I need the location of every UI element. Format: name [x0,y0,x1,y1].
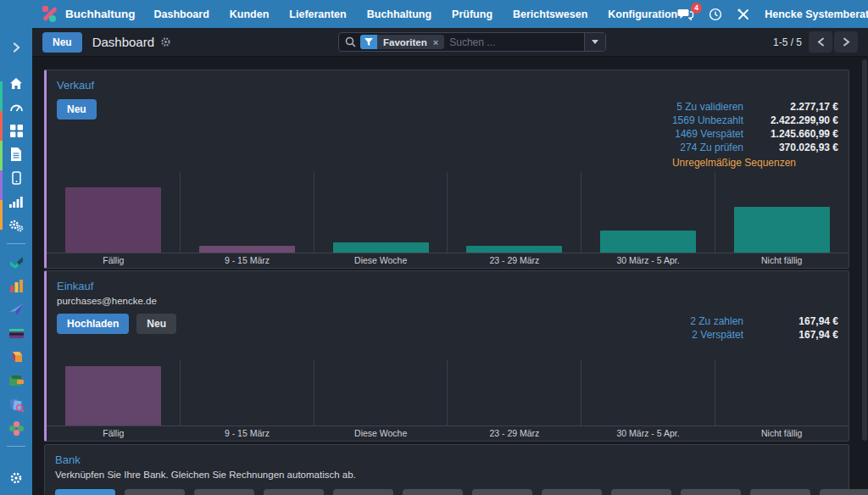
menu-konfiguration[interactable]: Konfiguration [608,8,677,20]
dashboard-content: Verkauf Neu 5 Zu validieren 2.277,17 € 1… [32,57,868,495]
mobile-icon[interactable] [0,166,32,190]
chart-bar[interactable] [600,231,696,253]
purchase-stats: 2 Zu zahlen 167,94 € 2 Verspätet 167,94 … [690,315,838,341]
menu-buchhaltung[interactable]: Buchhaltung [367,8,431,20]
bank-action-button[interactable] [611,489,671,495]
vertical-scrollbar[interactable] [862,59,867,441]
sidebar-color-strip [0,81,3,230]
chart-bar[interactable] [65,187,161,253]
expand-icon[interactable] [0,36,32,59]
bank-action-button[interactable] [125,489,185,495]
bank-actions-row [55,489,838,495]
bank-action-button[interactable] [820,489,868,495]
filter-funnel-icon [360,35,377,49]
stat-link[interactable]: 1569 Unbezahlt [672,114,743,126]
check-app-icon[interactable] [0,250,32,274]
chart-x-axis-labels: Fällig 9 - 15 März Diese Woche 23 - 29 M… [47,425,849,441]
search-bar[interactable]: Favoriten × Suchen ... [338,32,606,52]
bank-journal-card[interactable]: Bank Verknüpfen Sie Ihre Bank. Gleichen … [44,444,849,495]
menu-lieferanten[interactable]: Lieferanten [289,8,346,20]
bank-action-button[interactable] [55,489,115,495]
x-tick-label: Diese Woche [314,253,448,268]
bank-action-button[interactable] [472,489,532,495]
activity-clock-icon[interactable] [709,8,722,21]
sales-journal-card[interactable]: Verkauf Neu 5 Zu validieren 2.277,17 € 1… [44,70,849,269]
purchase-bar-chart: Fällig 9 - 15 März Diese Woche 23 - 29 M… [47,359,849,441]
x-tick-label: Nicht fällig [715,426,849,441]
view-settings-gear-icon[interactable] [160,36,171,47]
search-dropdown-toggle[interactable] [584,33,605,51]
new-button[interactable]: Neu [42,32,82,53]
x-tick-label: 30 März - 5 Apr. [581,253,715,268]
apps-grid-icon[interactable] [0,119,32,142]
cube-app-icon[interactable] [0,345,32,369]
favorites-facet[interactable]: Favoriten × [360,35,444,49]
sales-new-button[interactable]: Neu [57,99,97,120]
bank-card-title[interactable]: Bank [55,453,838,466]
bank-action-button[interactable] [333,489,393,495]
facet-label: Favoriten [383,37,427,47]
pager-previous-button[interactable] [809,31,832,53]
bank-action-button[interactable] [194,489,254,495]
bank-action-button[interactable] [681,489,741,495]
remove-facet-icon[interactable]: × [433,37,438,47]
top-navbar: Buchhaltung Dashboard Kunden Lieferanten… [0,0,868,28]
search-docs-app-icon[interactable] [0,392,32,416]
gears-icon[interactable] [0,214,32,237]
stat-link[interactable]: 5 Zu validieren [672,101,743,113]
company-logo-icon[interactable] [42,6,58,22]
company-switcher[interactable]: Hencke Systemberatung GmbH [765,8,868,20]
menu-berichtswesen[interactable]: Berichtswesen [513,8,587,20]
x-tick-label: Diese Woche [314,426,448,441]
chart-x-axis-labels: Fällig 9 - 15 März Diese Woche 23 - 29 M… [47,253,849,268]
credit-card-app-icon[interactable] [0,321,32,345]
upload-button[interactable]: Hochladen [57,314,129,334]
chart-bar[interactable] [333,242,429,253]
app-name[interactable]: Buchhaltung [65,8,136,20]
paper-plane-app-icon[interactable] [0,298,32,321]
stat-value: 2.422.299,90 € [747,114,838,126]
purchase-new-button[interactable]: Neu [136,314,176,334]
gear-icon[interactable] [0,466,32,490]
bank-action-button[interactable] [403,489,463,495]
purchase-card-title[interactable]: Einkauf [57,280,838,292]
stat-value: 1.245.660,99 € [747,128,838,140]
menu-dashboard[interactable]: Dashboard [154,8,209,20]
chart-bar[interactable] [199,246,295,253]
bank-action-button[interactable] [542,489,602,495]
x-tick-label: 30 März - 5 Apr. [581,426,715,441]
flower-app-icon[interactable] [0,416,32,440]
stat-link[interactable]: 2 Zu zahlen [690,315,743,327]
purchase-email-alias: purchases@hencke.de [57,296,838,306]
control-panel: Neu Dashboard Favoriten × [32,28,868,57]
chart-bar[interactable] [466,246,562,253]
irregular-sequences-link[interactable]: Unregelmäßige Sequenzen [672,157,838,169]
pager: 1-5 / 5 [773,31,858,53]
tools-icon[interactable] [737,8,750,21]
messages-icon[interactable]: 4 [677,8,694,21]
document-icon[interactable] [0,142,32,166]
chevron-down-icon [592,40,598,44]
chart-bar[interactable] [65,366,161,425]
x-tick-label: Fällig [47,426,181,441]
chart-bar[interactable] [734,207,830,253]
sidebar-divider [7,446,25,447]
search-input[interactable]: Suchen ... [449,36,584,48]
bar-chart-icon[interactable] [0,190,32,214]
sales-card-title[interactable]: Verkauf [57,79,838,92]
sales-bar-chart: Fällig 9 - 15 März Diese Woche 23 - 29 M… [47,172,849,268]
bank-action-button[interactable] [264,489,324,495]
stat-link[interactable]: 2 Verspätet [690,329,743,341]
main-menu: Dashboard Kunden Lieferanten Buchhaltung… [154,8,678,20]
chart-app-icon[interactable] [0,274,32,298]
gauge-icon[interactable] [0,95,32,119]
stat-link[interactable]: 1469 Verspätet [672,128,743,140]
stat-link[interactable]: 274 Zu prüfen [672,142,743,153]
purchase-journal-card[interactable]: Einkauf purchases@hencke.de Hochladen Ne… [44,270,849,442]
home-icon[interactable] [0,71,32,95]
wallet-app-icon[interactable] [0,369,32,392]
bank-action-button[interactable] [750,489,810,495]
pager-next-button[interactable] [834,31,858,53]
menu-pruefung[interactable]: Prüfung [452,8,492,20]
menu-kunden[interactable]: Kunden [230,8,270,20]
